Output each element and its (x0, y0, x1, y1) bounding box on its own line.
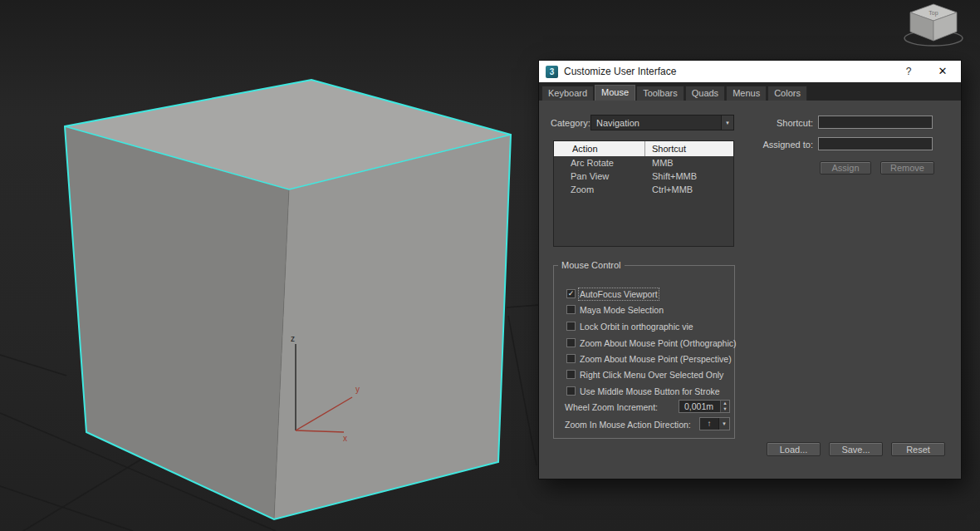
checkbox-box[interactable] (566, 322, 576, 331)
save-button[interactable]: Save... (829, 442, 883, 456)
column-header-action: Action (554, 141, 645, 156)
checkbox-box[interactable] (566, 338, 576, 347)
table-header: Action Shortcut (554, 141, 733, 156)
cell-shortcut: Ctrl+MMB (645, 183, 733, 196)
checkbox-box[interactable]: ✓ (566, 289, 576, 298)
customize-ui-dialog: 3 Customize User Interface ? ✕ Keyboard … (538, 60, 962, 479)
action-shortcut-table: Action Shortcut Arc Rotate MMB Pan View … (553, 140, 734, 247)
assign-button[interactable]: Assign (820, 161, 871, 175)
zoom-direction-dropdown[interactable]: ↑ ▼ (699, 417, 730, 430)
checkbox-label: Zoom About Mouse Point (Orthographic) (580, 338, 737, 348)
checkbox-label: Use Middle Mouse Button for Stroke (580, 386, 720, 396)
table-row[interactable]: Arc Rotate MMB (554, 156, 733, 170)
category-label: Category: (551, 118, 590, 128)
checkbox-label: Lock Orbit in orthographic vie (580, 322, 693, 332)
viewcube[interactable]: Top (904, 4, 963, 46)
tab-menus[interactable]: Menus (726, 86, 767, 101)
category-value: Navigation (591, 118, 721, 128)
close-button[interactable]: ✕ (926, 61, 959, 82)
checkbox-zoom-about-mouse-perspective[interactable]: Zoom About Mouse Point (Perspective) (566, 353, 732, 364)
tab-mouse[interactable]: Mouse (595, 85, 635, 101)
dialog-title: Customize User Interface (564, 66, 676, 77)
cube-right-face[interactable] (274, 135, 511, 519)
cell-shortcut: MMB (645, 156, 733, 170)
tab-quads[interactable]: Quads (685, 86, 725, 101)
chevron-down-icon[interactable]: ▼ (721, 116, 733, 130)
checkbox-label: Zoom About Mouse Point (Perspective) (580, 354, 732, 364)
assigned-to-label: Assigned to: (757, 140, 813, 150)
help-button[interactable]: ? (896, 61, 921, 82)
spinner-arrows[interactable]: ▲ ▼ (720, 401, 729, 412)
tab-keyboard[interactable]: Keyboard (541, 86, 594, 101)
tab-toolbars[interactable]: Toolbars (636, 86, 684, 101)
checkbox-zoom-about-mouse-orthographic[interactable]: Zoom About Mouse Point (Orthographic) (566, 337, 737, 348)
checkbox-autofocus-viewport[interactable]: ✓ AutoFocus Viewport (566, 288, 658, 299)
load-button[interactable]: Load... (767, 442, 821, 456)
cell-action: Pan View (554, 170, 645, 183)
checkbox-box[interactable] (566, 305, 576, 314)
checkbox-box[interactable] (566, 386, 576, 396)
checkbox-label: Maya Mode Selection (580, 305, 664, 315)
column-header-shortcut: Shortcut (645, 141, 733, 156)
axis-x-label: x (343, 434, 347, 443)
wheel-zoom-value: 0,001m (679, 401, 720, 411)
mouse-control-title: Mouse Control (558, 260, 625, 270)
checkbox-box[interactable] (566, 370, 576, 379)
table-row[interactable]: Pan View Shift+MMB (554, 170, 733, 183)
table-row[interactable]: Zoom Ctrl+MMB (554, 183, 733, 196)
axis-y-label: y (355, 385, 360, 394)
zoom-direction-label: Zoom In Mouse Action Direction: (565, 420, 691, 430)
checkbox-middle-mouse-stroke[interactable]: Use Middle Mouse Button for Stroke (566, 386, 720, 396)
cell-action: Arc Rotate (554, 156, 645, 170)
checkbox-label: AutoFocus Viewport (580, 289, 658, 299)
cell-shortcut: Shift+MMB (645, 170, 733, 183)
3dsmax-logo-icon: 3 (546, 66, 558, 78)
cell-action: Zoom (554, 183, 645, 196)
mouse-control-group: Mouse Control ✓ AutoFocus Viewport Maya … (553, 265, 735, 439)
cube-object[interactable] (65, 80, 511, 519)
shortcut-label: Shortcut: (757, 118, 813, 128)
checkbox-box[interactable] (566, 354, 576, 363)
tab-bar: Keyboard Mouse Toolbars Quads Menus Colo… (539, 82, 961, 101)
shortcut-input[interactable] (818, 116, 933, 129)
wheel-zoom-increment-label: Wheel Zoom Increment: (565, 402, 658, 412)
reset-button[interactable]: Reset (891, 442, 945, 456)
axis-z-label: z (291, 334, 295, 343)
dialog-titlebar[interactable]: 3 Customize User Interface ? ✕ (539, 61, 961, 82)
category-dropdown[interactable]: Navigation ▼ (590, 115, 734, 130)
checkbox-right-click-menu-selected-only[interactable]: Right Click Menu Over Selected Only (566, 369, 723, 380)
remove-button[interactable]: Remove (880, 161, 934, 175)
tab-colors[interactable]: Colors (767, 86, 807, 101)
spin-up-icon[interactable]: ▲ (721, 401, 729, 406)
cube-left-face[interactable] (65, 126, 289, 519)
3dsmax-screen: { "colors": { "selection": "#3fe8e0", "c… (0, 0, 980, 531)
wheel-zoom-increment-spinner[interactable]: 0,001m ▲ ▼ (679, 400, 730, 413)
viewcube-top-label: Top (929, 10, 938, 17)
spin-down-icon[interactable]: ▼ (721, 406, 729, 412)
zoom-direction-value: ↑ (700, 418, 718, 430)
checkbox-lock-orbit-orthographic[interactable]: Lock Orbit in orthographic vie (566, 321, 693, 332)
checkbox-label: Right Click Menu Over Selected Only (580, 370, 723, 380)
assigned-to-input[interactable] (818, 137, 933, 150)
checkbox-maya-mode-selection[interactable]: Maya Mode Selection (566, 304, 664, 315)
chevron-down-icon[interactable]: ▼ (718, 418, 729, 430)
